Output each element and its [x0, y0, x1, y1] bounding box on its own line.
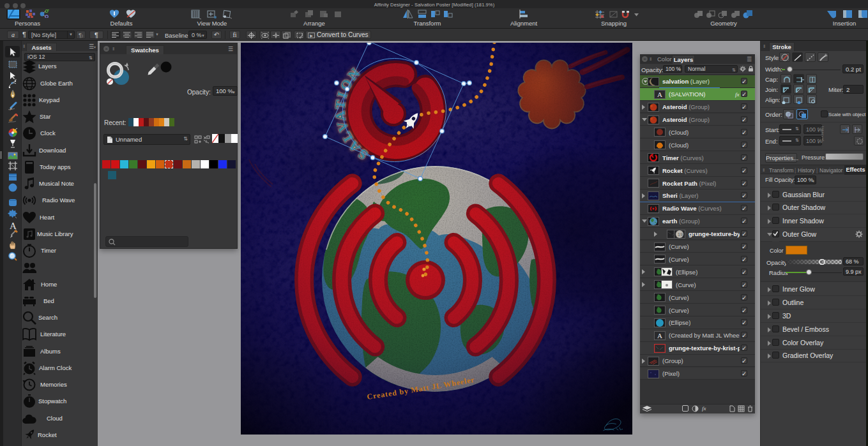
- svg-text:A: A: [657, 91, 662, 98]
- svg-text:A: A: [657, 332, 662, 339]
- svg-text:19: 19: [678, 232, 683, 237]
